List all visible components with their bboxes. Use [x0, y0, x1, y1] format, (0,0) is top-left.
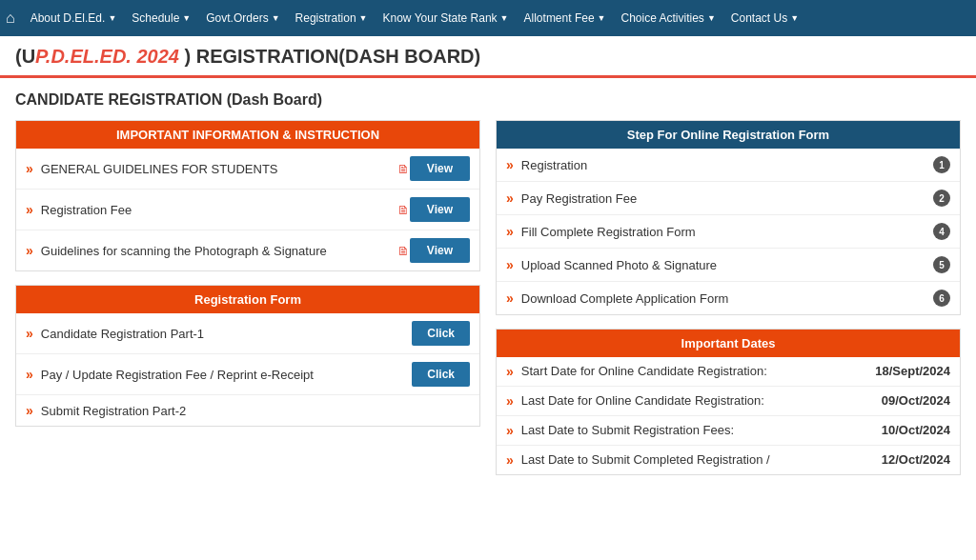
- reg-row-1: » Candidate Registration Part-1 Click: [16, 313, 479, 354]
- chevron-icon-3: »: [26, 243, 33, 258]
- nav-govtorders-arrow: ▼: [272, 13, 280, 23]
- chevron-step-2: »: [506, 190, 514, 206]
- important-dates-panel: Important Dates » Start Date for Online …: [496, 329, 961, 475]
- chevron-date-4: »: [506, 452, 514, 468]
- chevron-date-3: »: [506, 423, 514, 438]
- chevron-icon-2: »: [26, 202, 33, 217]
- nav-allotment[interactable]: Allotment Fee ▼: [517, 0, 614, 36]
- steps-panel: Step For Online Registration Form » Regi…: [496, 120, 961, 315]
- nav-contactus[interactable]: Contact Us ▼: [723, 0, 806, 36]
- nav-staterank-arrow: ▼: [500, 13, 509, 23]
- date-label-2: Last Date for Online Candidate Registrat…: [521, 393, 874, 408]
- chevron-icon-reg-2: »: [26, 367, 33, 382]
- reg-row-2: » Pay / Update Registration Fee / Reprin…: [16, 354, 479, 395]
- step-badge-2: 2: [933, 190, 950, 207]
- step-4-text: Upload Scanned Photo & Signature: [521, 258, 928, 272]
- important-info-header: IMPORTANT INFORMATION & INSTRUCTION: [16, 121, 479, 149]
- page-title: (UP.D.EL.ED. 2024 ) REGISTRATION(DASH BO…: [15, 46, 961, 68]
- left-column: IMPORTANT INFORMATION & INSTRUCTION » GE…: [15, 120, 480, 489]
- pdf-icon-2: 🗎: [397, 203, 410, 217]
- info-row-2-text: Registration Fee: [41, 203, 392, 217]
- step-row-5: » Download Complete Application Form 6: [497, 282, 960, 314]
- info-row-3: » Guidelines for scanning the Photograph…: [16, 230, 479, 270]
- chevron-step-1: »: [506, 157, 514, 172]
- main-content: CANDIDATE REGISTRATION (Dash Board) IMPO…: [0, 78, 976, 502]
- section-heading: CANDIDATE REGISTRATION (Dash Board): [15, 91, 961, 109]
- right-column: Step For Online Registration Form » Regi…: [496, 120, 961, 489]
- nav-schedule-arrow: ▼: [182, 13, 191, 23]
- step-badge-5: 6: [933, 290, 950, 307]
- chevron-step-3: »: [506, 224, 514, 239]
- reg-row-2-text: Pay / Update Registration Fee / Reprint …: [41, 368, 413, 382]
- step-badge-1: 1: [933, 156, 950, 173]
- chevron-icon-reg-1: »: [26, 326, 33, 341]
- date-row-3: » Last Date to Submit Registration Fees:…: [497, 416, 960, 446]
- important-dates-header: Important Dates: [497, 330, 960, 357]
- nav-allotment-arrow: ▼: [598, 13, 606, 23]
- chevron-date-1: »: [506, 364, 514, 379]
- date-row-2: » Last Date for Online Candidate Registr…: [497, 387, 960, 416]
- step-2-text: Pay Registration Fee: [521, 191, 928, 206]
- click-button-1[interactable]: Click: [412, 321, 470, 346]
- nav-registration[interactable]: Registration ▼: [288, 0, 376, 36]
- nav-contactus-arrow: ▼: [790, 13, 799, 23]
- info-row-3-text: Guidelines for scanning the Photograph &…: [41, 244, 392, 258]
- date-row-1: » Start Date for Online Candidate Regist…: [497, 357, 960, 387]
- reg-row-3: » Submit Registration Part-2: [16, 395, 479, 426]
- date-value-3: 10/Oct/2024: [882, 423, 950, 437]
- page-title-bar: (UP.D.EL.ED. 2024 ) REGISTRATION(DASH BO…: [0, 36, 976, 78]
- click-button-2[interactable]: Click: [412, 362, 470, 387]
- date-value-4: 12/Oct/2024: [882, 452, 950, 467]
- important-info-panel: IMPORTANT INFORMATION & INSTRUCTION » GE…: [15, 120, 480, 271]
- chevron-icon-reg-3: »: [26, 403, 33, 418]
- date-value-2: 09/Oct/2024: [882, 393, 950, 408]
- home-icon[interactable]: ⌂: [6, 10, 15, 27]
- chevron-step-4: »: [506, 257, 514, 272]
- registration-form-panel: Registration Form » Candidate Registrati…: [15, 285, 480, 427]
- nav-registration-arrow: ▼: [359, 13, 368, 23]
- chevron-step-5: »: [506, 290, 514, 306]
- nav-schedule[interactable]: Schedule ▼: [124, 0, 198, 36]
- navbar: ⌂ About D.El.Ed. ▼ Schedule ▼ Govt.Order…: [0, 0, 976, 36]
- nav-govtorders[interactable]: Govt.Orders ▼: [198, 0, 287, 36]
- reg-row-3-text: Submit Registration Part-2: [41, 404, 470, 418]
- date-row-4: » Last Date to Submit Completed Registra…: [497, 446, 960, 474]
- step-5-text: Download Complete Application Form: [521, 291, 928, 306]
- info-row-1-text: GENERAL GUIDELINES FOR STUDENTS: [41, 162, 392, 176]
- step-badge-4: 5: [933, 256, 950, 273]
- info-row-1: » GENERAL GUIDELINES FOR STUDENTS 🗎 View: [16, 149, 479, 190]
- step-3-text: Fill Complete Registration Form: [521, 225, 928, 239]
- info-row-2: » Registration Fee 🗎 View: [16, 190, 479, 230]
- pdf-icon-1: 🗎: [397, 162, 410, 176]
- step-1-text: Registration: [521, 158, 928, 172]
- chevron-icon-1: »: [26, 161, 33, 176]
- nav-choiceactivities-arrow: ▼: [707, 13, 716, 23]
- reg-row-1-text: Candidate Registration Part-1: [41, 327, 413, 341]
- date-label-3: Last Date to Submit Registration Fees:: [521, 423, 874, 437]
- view-button-3[interactable]: View: [410, 238, 470, 263]
- registration-form-header: Registration Form: [16, 286, 479, 313]
- pdf-icon-3: 🗎: [397, 244, 410, 258]
- nav-about-arrow: ▼: [108, 13, 116, 23]
- chevron-date-2: »: [506, 393, 514, 409]
- two-column-layout: IMPORTANT INFORMATION & INSTRUCTION » GE…: [15, 120, 961, 489]
- steps-header: Step For Online Registration Form: [497, 121, 960, 149]
- step-row-3: » Fill Complete Registration Form 4: [497, 215, 960, 249]
- view-button-2[interactable]: View: [410, 197, 470, 222]
- nav-about[interactable]: About D.El.Ed. ▼: [23, 0, 125, 36]
- step-row-1: » Registration 1: [497, 149, 960, 182]
- date-value-1: 18/Sept/2024: [875, 364, 950, 378]
- step-row-2: » Pay Registration Fee 2: [497, 182, 960, 215]
- step-badge-3: 4: [933, 223, 950, 240]
- view-button-1[interactable]: View: [410, 156, 470, 181]
- nav-staterank[interactable]: Know Your State Rank ▼: [376, 0, 517, 36]
- date-label-1: Start Date for Online Candidate Registra…: [521, 364, 867, 378]
- step-row-4: » Upload Scanned Photo & Signature 5: [497, 249, 960, 282]
- date-label-4: Last Date to Submit Completed Registrati…: [521, 452, 874, 467]
- nav-choiceactivities[interactable]: Choice Activities ▼: [614, 0, 723, 36]
